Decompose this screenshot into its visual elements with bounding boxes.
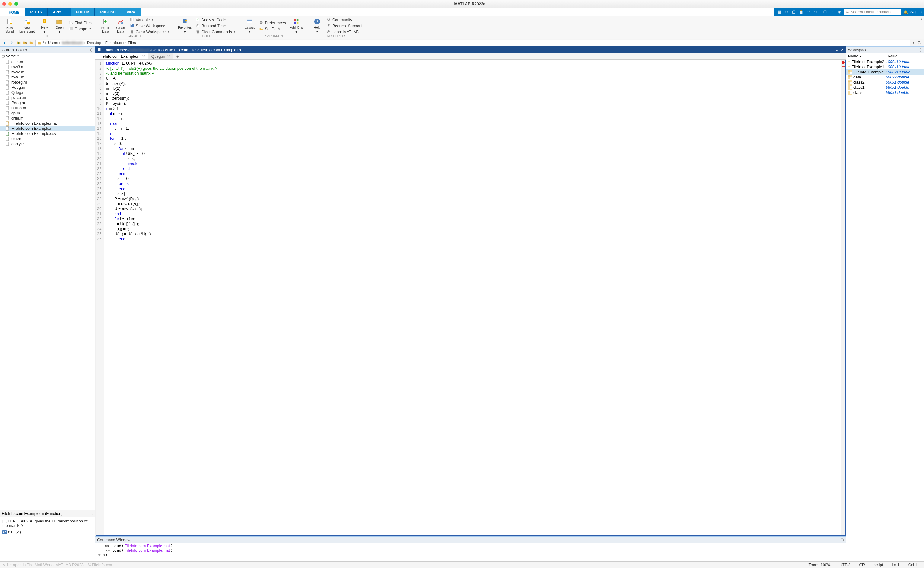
svg-rect-1	[778, 10, 779, 12]
redo-icon[interactable]: ↷	[813, 9, 818, 15]
address-bar: ★ / ▸ Users ▸ kellenbloom ▸ Desktop ▸ Fi…	[0, 39, 924, 47]
folder-icon	[38, 41, 42, 45]
minimize-window-button[interactable]	[8, 2, 12, 6]
folder-star-icon[interactable]: ★	[29, 40, 33, 45]
svg-point-44	[328, 19, 329, 20]
import-data-button[interactable]: Import Data	[99, 18, 112, 34]
svg-rect-27	[131, 30, 133, 31]
svg-line-7	[848, 12, 849, 13]
sign-in-link[interactable]: Sign In	[910, 10, 922, 14]
svg-point-49	[918, 41, 920, 43]
favorites-button[interactable]: Favorites▼	[177, 17, 193, 34]
compare-button[interactable]: Compare	[68, 26, 92, 32]
search-placeholder-text: Search Documentation	[851, 10, 891, 14]
svg-rect-40	[294, 22, 296, 24]
paste-icon[interactable]	[799, 9, 804, 15]
help-icon[interactable]: ?	[830, 9, 835, 15]
set-path-button[interactable]: Set Path	[258, 26, 287, 32]
svg-rect-39	[297, 19, 299, 21]
svg-rect-22	[130, 18, 134, 21]
section-file-label: FILE	[2, 35, 94, 38]
toolstrip-collapse-icon[interactable]: ▴	[919, 16, 924, 39]
folder-up-icon[interactable]	[16, 40, 21, 45]
svg-rect-33	[247, 19, 252, 23]
breadcrumb-folder[interactable]: FileInfo.com Files	[105, 41, 136, 45]
browse-folder-icon[interactable]	[23, 40, 27, 45]
tab-home[interactable]: HOME	[3, 8, 25, 16]
undo-icon[interactable]: ↶	[806, 9, 811, 15]
preferences-button[interactable]: Preferences	[258, 20, 287, 25]
section-environment-label: ENVIRONMENT	[242, 35, 305, 38]
svg-text:+: +	[10, 21, 12, 25]
section-variable-label: VARIABLE	[98, 35, 172, 38]
addons-button[interactable]: Add-Ons▼	[289, 17, 304, 34]
help-button[interactable]: ?Help▼	[311, 17, 324, 34]
svg-rect-4	[800, 11, 802, 14]
window-titlebar: MATLAB R2023a	[0, 0, 924, 8]
community-button[interactable]: Community	[326, 17, 363, 22]
tab-view[interactable]: VIEW	[121, 8, 141, 16]
svg-point-45	[329, 19, 330, 20]
path-search-icon[interactable]	[917, 40, 922, 45]
request-support-button[interactable]: Request Support	[326, 23, 363, 29]
run-time-button[interactable]: Run and Time	[195, 23, 237, 29]
tab-apps[interactable]: APPS	[48, 8, 68, 16]
window-title: MATLAB R2023a	[18, 2, 922, 6]
svg-rect-18	[69, 27, 71, 30]
path-field[interactable]: / ▸ Users ▸ kellenbloom ▸ Desktop ▸ File…	[35, 40, 910, 46]
svg-rect-19	[71, 27, 73, 30]
tab-plots[interactable]: PLOTS	[25, 8, 48, 16]
gear-icon[interactable]: ◉	[837, 9, 842, 15]
save-icon[interactable]	[777, 9, 782, 15]
svg-line-50	[920, 43, 921, 44]
tab-publish[interactable]: PUBLISH	[95, 8, 121, 16]
clear-workspace-button[interactable]: Clear Workspace ▼	[129, 29, 171, 35]
clean-data-button[interactable]: Clean Data	[114, 18, 127, 34]
svg-rect-12	[25, 20, 27, 21]
copy-icon[interactable]	[791, 9, 797, 15]
breadcrumb-user[interactable]: kellenbloom	[62, 41, 83, 45]
clear-commands-button[interactable]: Clear Commands ▼	[195, 29, 237, 35]
cut-icon[interactable]: ✂	[784, 9, 790, 15]
new-button[interactable]: +New▼	[38, 17, 51, 34]
search-icon	[846, 10, 850, 14]
svg-text:?: ?	[316, 19, 319, 24]
notification-bell-icon[interactable]: 🔔	[903, 9, 909, 15]
open-button[interactable]: Open▼	[53, 17, 66, 34]
svg-rect-41	[297, 22, 299, 24]
layout-button[interactable]: Layout▼	[243, 17, 256, 34]
new-script-button[interactable]: +New Script	[3, 18, 16, 34]
svg-rect-29	[196, 18, 199, 21]
section-code-label: CODE	[176, 35, 238, 38]
learn-matlab-button[interactable]: Learn MATLAB	[326, 29, 363, 35]
toolstrip: +New Script New Live Script +New▼ Open▼ …	[0, 16, 924, 39]
section-resources-label: RESOURCES	[309, 35, 364, 38]
back-button[interactable]	[2, 40, 7, 45]
new-live-script-button[interactable]: New Live Script	[18, 18, 36, 34]
save-workspace-button[interactable]: Save Workspace	[129, 23, 171, 29]
svg-point-13	[27, 22, 30, 24]
svg-point-37	[261, 22, 262, 23]
breadcrumb-users[interactable]: Users	[48, 41, 58, 45]
tab-editor[interactable]: EDITOR	[71, 8, 95, 16]
switch-windows-icon[interactable]: ❐	[822, 9, 828, 15]
svg-point-21	[121, 22, 124, 24]
traffic-lights	[2, 2, 18, 6]
zoom-window-button[interactable]	[15, 2, 18, 6]
svg-rect-5	[800, 10, 802, 11]
svg-rect-26	[131, 24, 132, 25]
breadcrumb-desktop[interactable]: Desktop	[87, 41, 101, 45]
search-documentation-input[interactable]: Search Documentation	[844, 9, 901, 15]
svg-text:+: +	[44, 19, 45, 23]
forward-button[interactable]	[9, 40, 15, 45]
svg-point-6	[846, 11, 848, 12]
toolstrip-tabs: HOME PLOTS APPS EDITOR PUBLISH VIEW ✂ ↶ …	[0, 8, 924, 16]
svg-rect-38	[294, 19, 296, 21]
svg-point-46	[328, 24, 329, 26]
analyze-code-button[interactable]: Analyze Code	[195, 17, 237, 22]
variable-button[interactable]: Variable ▼	[129, 17, 171, 22]
close-window-button[interactable]	[2, 2, 6, 6]
svg-text:★: ★	[32, 41, 33, 45]
find-files-button[interactable]: Find Files	[68, 20, 92, 25]
